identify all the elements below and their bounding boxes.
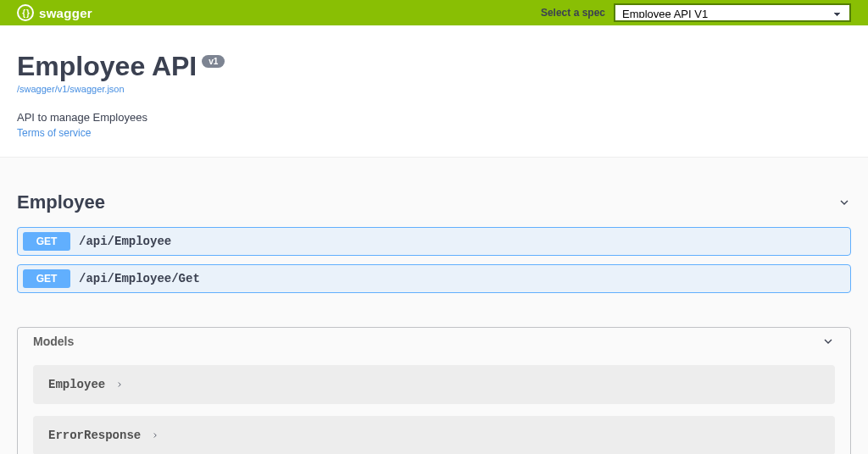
- method-badge: GET: [23, 269, 70, 288]
- operation-get-employee[interactable]: GET /api/Employee: [17, 227, 851, 256]
- api-title-text: Employee API: [17, 51, 197, 82]
- operation-path: /api/Employee/Get: [79, 272, 200, 285]
- tag-name: Employee: [17, 191, 105, 213]
- main-content: Employee GET /api/Employee GET /api/Empl…: [0, 183, 868, 454]
- operation-path: /api/Employee: [79, 235, 171, 248]
- models-list: Employee ErrorResponse: [18, 355, 850, 454]
- chevron-right-icon: [115, 377, 124, 392]
- spec-label: Select a spec: [541, 7, 605, 19]
- spec-select[interactable]: Employee API V1: [614, 3, 851, 22]
- swagger-icon: [17, 4, 34, 21]
- model-name: ErrorResponse: [48, 429, 141, 442]
- chevron-down-icon: [821, 335, 835, 348]
- info-section: Employee API v1 /swagger/v1/swagger.json…: [0, 25, 868, 158]
- model-errorresponse[interactable]: ErrorResponse: [33, 416, 835, 454]
- chevron-right-icon: [151, 428, 159, 443]
- logo-text: swagger: [39, 6, 92, 20]
- models-header[interactable]: Models: [18, 328, 850, 355]
- tag-employee-header[interactable]: Employee: [17, 183, 851, 222]
- method-badge: GET: [23, 232, 70, 251]
- logo[interactable]: swagger: [17, 4, 92, 21]
- spec-url-link[interactable]: /swagger/v1/swagger.json: [17, 84, 851, 94]
- models-title: Models: [33, 335, 74, 348]
- page-title: Employee API v1: [17, 51, 225, 82]
- operations-list: GET /api/Employee GET /api/Employee/Get: [17, 227, 851, 293]
- api-description: API to manage Employees: [17, 111, 851, 124]
- models-section: Models Employee ErrorResponse: [17, 327, 851, 454]
- chevron-down-icon: [837, 196, 851, 209]
- operation-get-employee-get[interactable]: GET /api/Employee/Get: [17, 264, 851, 293]
- terms-of-service-link[interactable]: Terms of service: [17, 127, 91, 139]
- topbar: swagger Select a spec Employee API V1: [0, 0, 868, 25]
- version-badge: v1: [202, 55, 225, 68]
- model-employee[interactable]: Employee: [33, 365, 835, 404]
- spec-selector-area: Select a spec Employee API V1: [541, 3, 851, 22]
- model-name: Employee: [48, 378, 105, 391]
